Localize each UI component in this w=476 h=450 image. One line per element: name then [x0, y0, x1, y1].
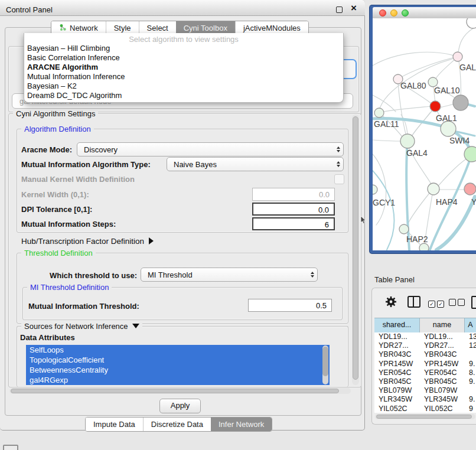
maximize-traffic-light-icon[interactable]	[402, 9, 409, 17]
table-cell[interactable]	[465, 350, 476, 359]
column-header-a[interactable]: A	[465, 318, 476, 332]
table-cell[interactable]: YBL079W	[420, 386, 465, 395]
table-cell[interactable]: 9.	[465, 377, 476, 386]
node-bottom[interactable]	[419, 243, 429, 250]
attribute-item-topologicalcoefficient[interactable]: TopologicalCoefficient	[26, 355, 330, 365]
table-cell[interactable]: YIL052C	[420, 405, 465, 413]
node-gal4[interactable]	[400, 134, 415, 148]
table-cell[interactable]	[465, 386, 476, 395]
mi-threshold-field[interactable]: 0.5	[248, 299, 332, 312]
settings-scrollbar-thumb[interactable]	[353, 116, 358, 380]
settings-scrollbar[interactable]	[352, 115, 359, 385]
node-hap4[interactable]	[428, 183, 439, 195]
mi-steps-field[interactable]: 6	[252, 217, 335, 230]
attribute-item-betweennesscentrality[interactable]: BetweennessCentrality	[26, 365, 330, 375]
kernel-width-field[interactable]: 0.0	[252, 188, 335, 201]
table-cell[interactable]: YDR27...	[374, 341, 420, 350]
table-hscrollbar-thumb[interactable]	[376, 415, 472, 419]
algorithm-option-bayesian-hill-climbing[interactable]: Bayesian – Hill Climbing	[24, 44, 343, 53]
table-row[interactable]: YPR145WYPR145W9.	[374, 360, 476, 369]
algorithm-option-bayesian-k2[interactable]: Bayesian – K2	[24, 81, 343, 91]
network-canvas[interactable]: GALGAL80GAL10GAL1GAL11SWI4GAL4GCY1HAP4YH…	[373, 18, 476, 250]
apply-button[interactable]: Apply	[159, 399, 201, 413]
node-top-arc[interactable]	[467, 18, 476, 28]
aracne-mode-combo[interactable]: Discovery	[77, 142, 344, 156]
table-cell[interactable]: 12	[465, 341, 476, 350]
table-cell[interactable]: YDL19...	[420, 332, 465, 341]
manual-kernel-width-checkbox[interactable]	[334, 174, 344, 184]
tab-impute-data[interactable]: Impute Data	[86, 418, 143, 431]
dpi-tolerance-field[interactable]: 0.0	[252, 203, 335, 216]
table-row[interactable]: YDR27...YDR27...12	[374, 341, 476, 350]
sources-toggle[interactable]: Sources for Network Inference	[21, 322, 142, 331]
table-cell[interactable]: YIL052C	[374, 405, 420, 413]
table-row[interactable]: YBR043CYBR043C	[374, 350, 476, 359]
mi-algorithm-type-combo[interactable]: Naive Bayes	[167, 157, 344, 171]
table-cell[interactable]: YBR045C	[374, 377, 420, 386]
tab-infer-network[interactable]: Infer Network	[211, 418, 272, 431]
minimized-panel-icon[interactable]	[3, 445, 18, 450]
table-cell[interactable]: 9	[465, 405, 476, 413]
algorithm-option-basic-correlation-inference[interactable]: Basic Correlation Inference	[24, 53, 343, 63]
table-row[interactable]: YLR345WYLR345W9.	[374, 395, 476, 404]
table-cell[interactable]: YLR345W	[374, 395, 420, 404]
attributes-scrollbar-thumb[interactable]	[322, 347, 328, 376]
column-header-name[interactable]: name	[420, 318, 465, 332]
close-traffic-light-icon[interactable]	[379, 9, 386, 17]
control-panel-titlebar[interactable]: Control Panel ×	[0, 0, 365, 16]
settings-hscrollbar-thumb[interactable]	[11, 389, 339, 393]
table-cell[interactable]: YPR145W	[374, 360, 420, 369]
table-cell[interactable]: 9.	[465, 395, 476, 404]
table-cell[interactable]: YDR27...	[420, 341, 465, 350]
table-cell[interactable]: 13	[465, 332, 476, 341]
node-pink[interactable]	[464, 183, 476, 195]
attribute-item-gal4rgexp[interactable]: gal4RGexp	[26, 375, 330, 385]
node-gal2[interactable]	[453, 52, 462, 61]
select-all-columns-icon[interactable]: ✓✓	[428, 298, 446, 308]
table-cell[interactable]: YBR043C	[420, 350, 465, 359]
node-gal1[interactable]	[441, 121, 456, 136]
split-columns-icon[interactable]	[407, 296, 420, 308]
table-cell[interactable]: YER054C	[374, 369, 420, 377]
table-cell[interactable]: YBL079W	[374, 386, 420, 395]
node-swi4[interactable]	[464, 146, 476, 162]
hub-definition-toggle[interactable]: Hub/Transcription Factor Definition	[21, 237, 154, 246]
table-cell[interactable]: YDL19...	[374, 332, 420, 341]
table-row[interactable]: YBR045CYBR045C9.	[374, 377, 476, 386]
node-gray[interactable]	[453, 95, 468, 110]
table-row[interactable]: YER054CYER054C8.	[374, 369, 476, 377]
algorithm-option-aracne-algorithm[interactable]: ARACNE Algorithm	[24, 63, 343, 72]
table-cell[interactable]: YPR145W	[420, 360, 465, 369]
new-table-icon[interactable]	[471, 296, 476, 309]
node-hap2[interactable]	[399, 224, 409, 234]
attribute-item-selfloops[interactable]: SelfLoops	[26, 345, 330, 355]
table-cell[interactable]: YER054C	[420, 369, 465, 377]
minimize-traffic-light-icon[interactable]	[390, 9, 397, 17]
gear-icon[interactable]	[385, 296, 397, 308]
table-cell[interactable]: YBR045C	[420, 377, 465, 386]
algorithm-option-dream8-dc-tdc-algorithm[interactable]: Dream8 DC_TDC Algorithm	[24, 91, 343, 100]
float-window-icon[interactable]	[336, 6, 343, 13]
table-row[interactable]: YDL19...YDL19...13	[374, 332, 476, 341]
column-header-shared-[interactable]: shared...	[374, 318, 420, 332]
node-label-gal11: GAL11	[374, 119, 399, 129]
close-icon[interactable]: ×	[351, 2, 357, 14]
table-hscrollbar[interactable]	[375, 414, 475, 419]
table-row[interactable]: YIL052CYIL052C9	[374, 405, 476, 413]
table-cell[interactable]: 8.	[465, 369, 476, 377]
network-window-titlebar[interactable]	[373, 7, 476, 19]
which-threshold-combo[interactable]: MI Threshold	[141, 268, 318, 282]
table-cell[interactable]: 9.	[465, 360, 476, 369]
algorithm-option-mutual-information-inference[interactable]: Mutual Information Inference	[24, 72, 343, 81]
node-gal11[interactable]	[374, 108, 384, 118]
table-header[interactable]: shared...nameA	[374, 318, 476, 333]
table-row[interactable]: YBL079WYBL079W	[374, 386, 476, 395]
table-cell[interactable]: YBR043C	[374, 350, 420, 359]
table-cell[interactable]: YLR345W	[420, 395, 465, 404]
node-gcy1[interactable]	[373, 185, 377, 194]
tab-discretize-data[interactable]: Discretize Data	[143, 418, 211, 431]
unselect-all-columns-icon[interactable]	[449, 298, 467, 308]
node-red[interactable]	[430, 101, 441, 112]
attributes-scrollbar[interactable]	[322, 345, 328, 384]
settings-hscrollbar[interactable]	[9, 388, 351, 394]
